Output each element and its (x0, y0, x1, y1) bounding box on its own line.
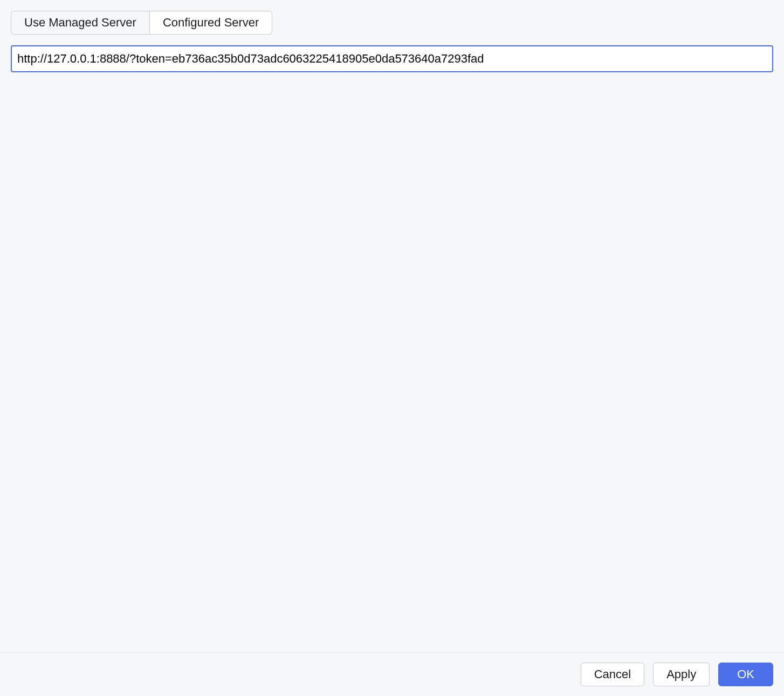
tab-managed-server[interactable]: Use Managed Server (11, 11, 150, 35)
tab-row: Use Managed Server Configured Server (11, 11, 773, 35)
server-url-input[interactable] (11, 45, 773, 72)
apply-button[interactable]: Apply (653, 663, 710, 686)
ok-button[interactable]: OK (718, 663, 773, 686)
footer: Cancel Apply OK (0, 652, 784, 696)
main-content: Use Managed Server Configured Server (0, 0, 784, 652)
cancel-button[interactable]: Cancel (581, 663, 644, 686)
tab-configured-server[interactable]: Configured Server (150, 11, 273, 35)
